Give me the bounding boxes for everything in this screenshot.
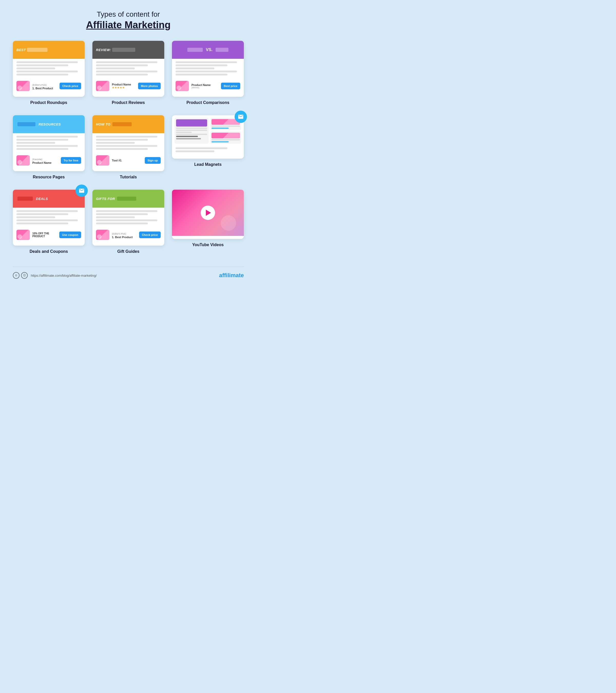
line: [16, 136, 78, 138]
line: [176, 64, 227, 66]
line: [176, 61, 237, 63]
content-grid: BEST (Editor's Pick) 1. Best Product Che…: [13, 41, 244, 254]
reviews-product-name: Product Name: [112, 83, 136, 86]
deals-header-bar: DEALS: [13, 190, 85, 207]
header-subtitle: Types of content for: [13, 10, 244, 19]
resources-bar-block: [17, 122, 35, 126]
page-footer: © ⓘ https://affilimate.com/blog/affiliat…: [13, 267, 244, 279]
line: [16, 222, 68, 224]
resources-try-free-btn[interactable]: Try for free: [61, 157, 81, 164]
comparisons-winner: (Winner): [192, 86, 218, 89]
line: [176, 138, 201, 139]
email-icon: [238, 114, 244, 120]
roundups-thumb: [16, 81, 30, 91]
lead-left-col: [175, 118, 209, 144]
deals-email-icon: [79, 187, 85, 194]
lead-link2: [212, 141, 229, 142]
line: [96, 145, 157, 147]
comparisons-label: Product Comparisons: [186, 100, 229, 105]
line: [96, 136, 157, 138]
footer-url: https://affilimate.com/blog/affiliate-ma…: [31, 274, 97, 277]
gifts-bar-block: [117, 197, 136, 201]
resources-lines: [13, 133, 85, 153]
line: [176, 127, 207, 129]
reviews-stars: ★★★★★: [112, 86, 136, 89]
reviews-header-bar: REVIEW:: [93, 41, 164, 59]
tutorials-signup-btn[interactable]: Sign up: [145, 157, 161, 164]
line: [16, 219, 78, 221]
tutorials-label: Tutorials: [120, 175, 137, 179]
roundups-bar-text: BEST: [16, 48, 26, 52]
comp-bar-block1: [187, 48, 203, 52]
line: [96, 71, 157, 72]
cc-icon: ©: [13, 272, 20, 279]
deals-email-badge: [76, 184, 88, 197]
resources-product-name: Product Name: [32, 161, 58, 164]
card-resource-pages: RESOURCES (Favorite) Product Name Try fo…: [13, 115, 85, 179]
line: [96, 67, 135, 69]
gifts-thumb: [96, 230, 110, 240]
lead-magnets-email-badge: [235, 111, 247, 123]
deals-coupon-btn[interactable]: Use coupon: [59, 232, 81, 238]
gifts-product-name: 1. Best Product: [112, 236, 137, 239]
lead-magnets-label: Lead Magnets: [194, 162, 222, 167]
tutorials-header-bar: HOW TO: [93, 115, 164, 133]
card-inner-tutorials: HOW TO Tool #1 Sign up: [93, 115, 164, 171]
line: [96, 139, 148, 141]
card-product-roundups: BEST (Editor's Pick) 1. Best Product Che…: [13, 41, 85, 105]
line: [176, 74, 227, 76]
footer-license-icons: © ⓘ: [13, 272, 28, 279]
line: [16, 148, 68, 150]
line: [96, 142, 135, 144]
card-gift-guides: GIFTS FOR (Editor's Pick) 1. Best Produc…: [93, 190, 164, 254]
line: [176, 130, 207, 131]
card-inner-resources: RESOURCES (Favorite) Product Name Try fo…: [13, 115, 85, 171]
card-inner-reviews: REVIEW: Product Name ★★★★★ More photos: [93, 41, 164, 97]
comparisons-header-bar: VS.: [172, 41, 244, 59]
deals-bar-text: DEALS: [36, 197, 48, 201]
resources-header-bar: RESOURCES: [13, 115, 85, 133]
line: [176, 147, 227, 149]
card-youtube-videos: YouTube Videos: [172, 190, 244, 254]
card-inner-gifts: GIFTS FOR (Editor's Pick) 1. Best Produc…: [93, 190, 164, 245]
deals-product-row: 10% OFF THEPRODUCT Use coupon: [13, 227, 85, 242]
line: [16, 142, 55, 144]
comparisons-best-price-btn[interactable]: Best price: [221, 83, 240, 89]
resources-favorite: (Favorite): [32, 158, 42, 161]
lead-left-bar: [176, 119, 207, 126]
tutorials-product-row: Tool #1 Sign up: [93, 153, 164, 168]
card-lead-magnets: Lead Magnets: [172, 115, 244, 179]
line: [16, 210, 78, 212]
roundups-lines: [13, 59, 85, 79]
comparisons-lines: [172, 59, 244, 79]
resources-product-info: (Favorite) Product Name: [32, 157, 58, 164]
gifts-check-price-btn[interactable]: Check price: [139, 232, 161, 238]
line: [96, 222, 148, 224]
lead-right-thumb2: [212, 133, 240, 138]
tutorials-product-info: Tool #1: [112, 159, 142, 162]
roundups-product-row: (Editor's Pick) 1. Best Product Check pr…: [13, 79, 85, 94]
card-inner-roundups: BEST (Editor's Pick) 1. Best Product Che…: [13, 41, 85, 97]
roundups-check-price-btn[interactable]: Check price: [60, 83, 81, 89]
roundups-product-name: 1. Best Product: [32, 87, 57, 90]
comparisons-vs: VS.: [206, 47, 213, 52]
roundups-editor-pick: (Editor's Pick): [32, 84, 46, 86]
deals-bar-block: [17, 197, 33, 201]
line: [176, 67, 214, 69]
line: [176, 134, 207, 135]
line: [16, 145, 78, 147]
youtube-play-button[interactable]: [201, 205, 215, 220]
tutorials-tool-name: Tool #1: [112, 159, 142, 162]
gifts-header-bar: GIFTS FOR: [93, 190, 164, 207]
card-deals-coupons: DEALS 10% OFF THEPRODUCT Use coupon Deal…: [13, 190, 85, 254]
footer-left: © ⓘ https://affilimate.com/blog/affiliat…: [13, 272, 97, 279]
line: [16, 64, 68, 66]
reviews-more-photos-btn[interactable]: More photos: [138, 83, 161, 89]
line: [96, 74, 148, 76]
header-title: Affiliate Marketing: [13, 20, 244, 31]
lead-link: [212, 127, 229, 129]
gifts-lines: [93, 207, 164, 227]
resources-product-row: (Favorite) Product Name Try for free: [13, 153, 85, 168]
gifts-label: Gift Guides: [117, 249, 139, 254]
reviews-label: Product Reviews: [112, 100, 145, 105]
